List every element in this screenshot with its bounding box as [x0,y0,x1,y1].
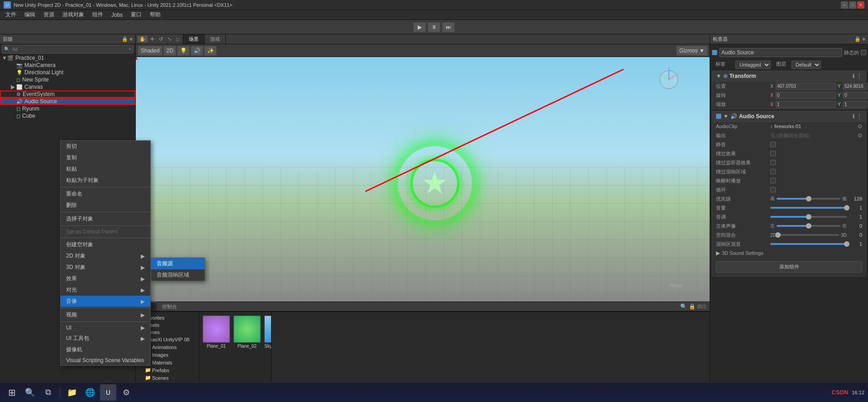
menu-file[interactable]: 文件 [2,10,20,19]
ctx-camera[interactable]: 摄像机 [61,344,150,355]
taskbar-settings[interactable]: ⚙ [118,384,134,401]
audio-info-icon[interactable]: ℹ [853,113,855,120]
taskbar-unity[interactable]: U [100,384,116,401]
volume-slider[interactable] [770,207,847,209]
scene-gizmos[interactable]: Gizmos ▼ [676,46,708,56]
audio-menu-icon[interactable]: ⋮ [857,113,862,120]
ctx-create-empty[interactable]: 创建空对象 [61,239,150,250]
sub-audio-reverb[interactable]: 音频混响区域 [151,269,205,281]
expand-audio-icon[interactable]: ▼ [723,113,729,120]
reverb-thumb[interactable] [844,241,849,247]
rot-y-input[interactable] [843,92,868,99]
priority-thumb[interactable] [806,196,811,201]
tab-scene[interactable]: 场景 [183,34,205,44]
bypass-reverb-checkbox[interactable] [770,169,776,174]
sound-settings-expand[interactable]: ▶ [716,250,720,256]
priority-slider[interactable] [777,198,840,200]
tab-game[interactable]: 游戏 [205,34,226,44]
stereo-thumb[interactable] [806,223,811,229]
close-button[interactable]: ✕ [857,1,864,9]
menu-help[interactable]: 帮助 [146,10,164,19]
pos-y-input[interactable] [843,83,868,90]
object-name-input[interactable] [719,48,842,57]
stereo-slider[interactable] [777,225,840,227]
pos-x-input[interactable] [776,83,836,90]
scale-x-input[interactable] [776,101,836,108]
maximize-button[interactable]: □ [849,1,856,9]
static-checkbox[interactable] [861,50,866,55]
scene-view-mode[interactable]: Shaded [138,46,162,56]
layer-select[interactable]: Default [792,61,821,69]
inspector-lock-icon[interactable]: 🔒 [854,36,861,42]
ctx-rename[interactable]: 重命名 [61,188,150,200]
asset-plane01[interactable]: Plane_01 [203,316,230,349]
ctx-copy[interactable]: 复制 [61,152,150,163]
output-pick-icon[interactable]: ⊙ [858,132,862,139]
inspector-menu-icon[interactable]: ≡ [863,36,865,42]
tree-item-prefabs[interactable]: 📁 Prefabs [136,366,199,374]
tool-rotate[interactable]: ↺ [157,36,165,43]
ctx-visual-scripting[interactable]: Visual Scripting Scene Variables [61,355,150,365]
sub-audio-source[interactable]: 音频源 [151,258,205,269]
scene-fx-toggle[interactable]: ✨ [204,46,217,56]
bypass-listener-checkbox[interactable] [770,160,776,165]
ctx-ui-toolkit[interactable]: UI 工具包 ▶ [61,333,150,344]
audio-source-enable-checkbox[interactable] [716,114,721,119]
hierarchy-item-cube[interactable]: ◻ Cube [0,112,135,120]
tool-move[interactable]: ✛ [148,36,156,43]
reverb-slider[interactable] [770,243,847,245]
scale-y-input[interactable] [843,101,868,108]
ctx-cut[interactable]: 剪切 [61,141,150,152]
spatial-thumb[interactable] [775,232,781,238]
play-button[interactable]: ▶ [413,22,426,32]
menu-jobs[interactable]: Jobs [108,11,126,19]
hierarchy-item-maincamera[interactable]: 📷 MainCamera [0,62,135,69]
bottom-lock-icon[interactable]: 🔒 [689,303,696,310]
scene-2d-toggle[interactable]: 2D [163,46,176,56]
tag-select[interactable]: Untagged [735,61,771,69]
spatial-slider[interactable] [778,234,839,236]
bottom-search-icon[interactable]: 🔍 [680,303,687,310]
add-component-button[interactable]: 添加组件 [716,261,862,273]
ctx-set-default-parent[interactable]: Set as Default Parent [61,227,150,237]
hierarchy-search-input[interactable] [10,46,129,53]
menu-window[interactable]: 窗口 [127,10,145,19]
transform-expand-icon[interactable]: ▼ [716,73,721,79]
taskbar-explorer[interactable]: 📁 [64,384,80,401]
scene-audio-toggle[interactable]: 🔊 [191,46,203,56]
menu-component[interactable]: 组件 [89,10,107,19]
pitch-slider[interactable] [770,216,847,218]
taskbar-edge[interactable]: 🌐 [82,384,98,401]
loop-checkbox[interactable] [770,187,776,192]
transform-menu-icon[interactable]: ⋮ [857,73,862,79]
taskbar-task-view[interactable]: ⧉ [40,384,56,401]
menu-gameobject[interactable]: 游戏对象 [59,10,88,19]
tree-item-scenes2[interactable]: 📁 Scenes [136,374,199,382]
object-active-checkbox[interactable] [712,50,717,55]
hierarchy-item-dirlight[interactable]: 💡 Directional Light [0,69,135,76]
ctx-video[interactable]: 视频 ▶ [61,309,150,321]
hierarchy-item-audiosource[interactable]: 🔊 Audio Source [0,98,135,105]
ctx-paste-child[interactable]: 粘贴为子对象 [61,175,150,186]
volume-thumb[interactable] [844,205,849,211]
hierarchy-menu-icon[interactable]: ≡ [130,36,133,42]
audioclip-pick-icon[interactable]: ⊙ [858,123,862,129]
hierarchy-item-ryunm[interactable]: ◻ Ryunm [0,105,135,112]
menu-edit[interactable]: 编辑 [21,10,39,19]
taskbar-start-button[interactable]: ⊞ [4,384,20,401]
tool-scale[interactable]: ⤡ [166,36,173,43]
window-controls[interactable]: ─ □ ✕ [841,1,864,9]
ctx-3d-object[interactable]: 3D 对象 ▶ [61,262,150,273]
ctx-audio[interactable]: 音像 ▶ [61,296,150,307]
hierarchy-item-newsprite[interactable]: ◻ New Sprite [0,76,135,83]
tab-console[interactable]: 控制台 [157,302,182,311]
ctx-2d-object[interactable]: 2D 对象 ▶ [61,250,150,262]
hierarchy-item-eventsystem[interactable]: ⚙ EventSystem [0,91,135,98]
menu-assets[interactable]: 资源 [40,10,58,19]
step-button[interactable]: ⏭ [442,22,455,32]
asset-plane02[interactable]: Plane_02 [234,316,261,349]
play-awake-checkbox[interactable] [770,178,776,183]
hierarchy-add-icon[interactable]: + [129,47,131,52]
hierarchy-lock-icon[interactable]: 🔒 [122,36,128,42]
rot-x-input[interactable] [776,92,836,99]
